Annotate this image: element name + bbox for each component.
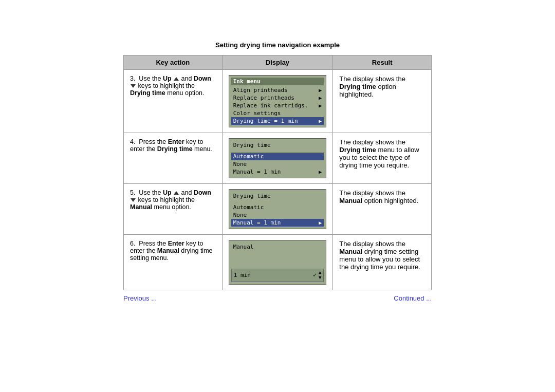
- table-row: 6. Press the Enter key to enter the Manu…: [124, 235, 432, 290]
- display-item-manual-highlighted: Manual = 1 min▶: [231, 219, 324, 227]
- drying-time-menu-display-1: Drying time Automatic None Manual = 1 mi…: [229, 138, 327, 178]
- result-text-4: The display shows the Drying time menu t…: [339, 138, 419, 169]
- display-item-none-2: None: [231, 211, 324, 219]
- display-item-replace-ink: Replace ink cartridgs.▶: [231, 102, 324, 109]
- key-action-cell-4: 4. Press the Enter key to enter the Dryi…: [124, 133, 223, 184]
- key-action-text-3: 3. Use the Up and Down keys to highlight…: [130, 75, 216, 97]
- display-cell-6: Manual 1 min ✓ ▲ ▼: [222, 235, 333, 290]
- manual-select-row: 1 min ✓ ▲ ▼: [231, 269, 324, 282]
- key-action-text-6: 6. Press the Enter key to enter the Manu…: [130, 240, 216, 262]
- key-action-cell-5: 5. Use the Up and Down keys to highlight…: [124, 184, 223, 235]
- down-arrow-icon: [131, 84, 136, 88]
- checkmark-icon: ✓: [313, 272, 317, 278]
- result-cell-4: The display shows the Drying time menu t…: [333, 133, 432, 184]
- key-action-text-4: 4. Press the Enter key to enter the Dryi…: [130, 138, 216, 153]
- previous-link[interactable]: Previous ...: [123, 294, 157, 302]
- key-action-cell-6: 6. Press the Enter key to enter the Manu…: [124, 235, 223, 290]
- manual-drying-display: Manual 1 min ✓ ▲ ▼: [229, 240, 327, 285]
- display-item-none-1: None: [231, 160, 324, 168]
- down-arrow-icon-2: [131, 198, 136, 202]
- drying-time-label-1: Drying time: [231, 141, 324, 150]
- display-cell-5: Drying time Automatic None Manual = 1 mi…: [222, 184, 333, 235]
- display-item-automatic-2: Automatic: [231, 203, 324, 211]
- display-cell-4: Drying time Automatic None Manual = 1 mi…: [222, 133, 333, 184]
- manual-select-value: 1 min: [234, 272, 313, 278]
- navigation-table: Key action Display Result 3. Use the Up …: [123, 55, 432, 290]
- header-result: Result: [333, 55, 432, 70]
- key-action-cell-3: 3. Use the Up and Down keys to highlight…: [124, 70, 223, 133]
- display-item-align: Align printheads▶: [231, 86, 324, 94]
- drying-time-menu-display-2: Drying time Automatic None Manual = 1 mi…: [229, 189, 327, 229]
- manual-label: Manual: [231, 242, 324, 251]
- display-item-color: Color settings: [231, 109, 324, 117]
- nav-links: Previous ... Continued ...: [123, 294, 432, 302]
- header-key-action: Key action: [124, 55, 223, 70]
- header-display: Display: [222, 55, 333, 70]
- result-text-6: The display shows the Manual drying time…: [339, 240, 420, 271]
- display-wrapper-3: Ink menu Align printheads▶ Replace print…: [229, 75, 327, 127]
- page-title: Setting drying time navigation example: [123, 41, 432, 49]
- continued-link[interactable]: Continued ...: [394, 294, 432, 302]
- result-text-3: The display shows the Drying time option…: [339, 75, 405, 98]
- display-item-automatic-highlighted: Automatic: [231, 153, 324, 160]
- display-item-drying-highlighted: Drying time = 1 min▶: [231, 117, 324, 125]
- display-item-manual-1: Manual = 1 min▶: [231, 168, 324, 176]
- display-cell-3: Ink menu Align printheads▶ Replace print…: [222, 70, 333, 133]
- drying-time-label-2: Drying time: [231, 192, 324, 200]
- ink-menu-display: Ink menu Align printheads▶ Replace print…: [229, 75, 327, 127]
- result-cell-6: The display shows the Manual drying time…: [333, 235, 432, 290]
- page-container: Setting drying time navigation example K…: [123, 41, 432, 302]
- ink-menu-title: Ink menu: [231, 78, 324, 85]
- up-arrow-icon-2: [174, 191, 179, 195]
- display-item-replace-ph: Replace printheads▶: [231, 94, 324, 102]
- key-action-text-5: 5. Use the Up and Down keys to highlight…: [130, 189, 216, 211]
- up-arrow-icon: [174, 77, 179, 81]
- table-row: 3. Use the Up and Down keys to highlight…: [124, 70, 432, 133]
- result-cell-3: The display shows the Drying time option…: [333, 70, 432, 133]
- result-text-5: The display shows the Manual option high…: [339, 189, 418, 204]
- result-cell-5: The display shows the Manual option high…: [333, 184, 432, 235]
- table-row: 5. Use the Up and Down keys to highlight…: [124, 184, 432, 235]
- select-arrows: ▲ ▼: [319, 270, 321, 281]
- table-row: 4. Press the Enter key to enter the Dryi…: [124, 133, 432, 184]
